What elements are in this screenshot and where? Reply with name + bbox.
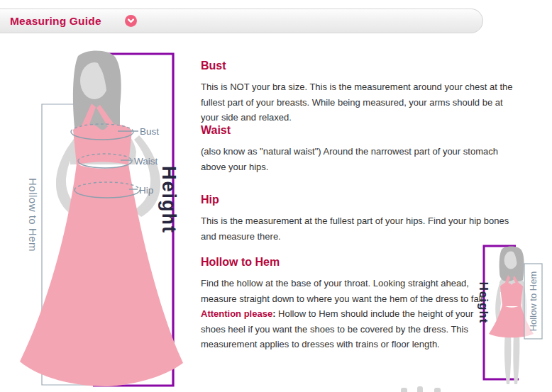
attention-separator: : xyxy=(272,308,278,319)
small-dress-bodice xyxy=(500,283,523,306)
hip-ellipse-dashed xyxy=(74,182,140,190)
neck-shape xyxy=(86,95,108,128)
hip-ellipse-solid xyxy=(74,190,140,198)
waist-section-title: Waist xyxy=(201,123,517,138)
section-bust: Bust This is NOT your bra size. This is … xyxy=(201,59,517,125)
hollow-to-hem-section-body: Find the hollow at the base of your thro… xyxy=(201,276,486,352)
hair-front-shape xyxy=(94,52,119,136)
waist-ellipse-solid xyxy=(78,161,132,168)
hip-section-title: Hip xyxy=(201,193,517,207)
bust-section-title: Bust xyxy=(201,59,517,73)
bust-section-body: This is NOT your bra size. This is the m… xyxy=(201,79,517,125)
hollow-to-hem-bracket-large xyxy=(42,104,94,385)
cut-off-fragment xyxy=(417,386,423,392)
small-hair-front xyxy=(511,248,522,279)
section-hollow-to-hem: Hollow to Hem Find the hollow at the bas… xyxy=(201,255,486,352)
height-label-large: Height xyxy=(158,166,180,234)
chevron-down-icon[interactable] xyxy=(125,15,137,27)
face-shape xyxy=(80,62,109,99)
hollow-to-hem-label-large: Hollow to Hem xyxy=(27,178,39,252)
small-left-arm xyxy=(495,284,504,330)
right-arm-shape xyxy=(133,135,160,217)
left-arm-shape xyxy=(56,135,83,217)
bust-ellipse-solid xyxy=(71,132,133,140)
measuring-guide-page: Measuring Guide xyxy=(0,0,552,392)
small-neck-shape xyxy=(507,267,516,281)
small-right-leg xyxy=(513,333,519,384)
small-shoulders-shape xyxy=(499,274,524,292)
hollow-to-hem-section-title: Hollow to Hem xyxy=(201,255,486,269)
dress-bodice xyxy=(73,124,132,165)
attention-please-label: Attention please xyxy=(201,308,272,319)
hair-shape xyxy=(73,51,121,140)
bust-ellipse-dashed xyxy=(71,124,133,132)
hollow-to-hem-label-small: Hollow to Hem xyxy=(528,271,539,332)
hip-section-body: This is the measurement at the fullest p… xyxy=(201,213,517,244)
measure-ellipses xyxy=(71,124,140,198)
bust-measure-label: Bust xyxy=(140,126,159,137)
cut-off-fragment xyxy=(401,388,407,392)
waist-section-body: (also know as "natural waist") Around th… xyxy=(201,144,517,174)
dress-strap-right xyxy=(96,105,118,134)
small-hair-shape xyxy=(499,247,524,281)
waist-measure-label: Waist xyxy=(134,156,158,167)
page-title: Measuring Guide xyxy=(10,9,101,33)
small-left-leg xyxy=(504,333,511,384)
dress-strap-left xyxy=(79,103,96,134)
hollow-body-part1: Find the hollow at the base of your thro… xyxy=(201,278,485,304)
measuring-guide-header[interactable]: Measuring Guide xyxy=(0,9,483,33)
small-strap-left xyxy=(504,275,510,288)
small-right-arm xyxy=(518,284,527,330)
small-face-shape xyxy=(504,252,518,269)
shoulders-shape xyxy=(70,125,136,164)
cut-off-fragment xyxy=(434,388,441,392)
waist-ellipse-dashed xyxy=(78,154,132,161)
hip-measure-label: Hip xyxy=(139,185,153,196)
section-hip: Hip This is the measurement at the fulle… xyxy=(201,193,517,244)
small-strap-right xyxy=(513,276,521,288)
section-waist: Waist (also know as "natural waist") Aro… xyxy=(201,123,517,174)
